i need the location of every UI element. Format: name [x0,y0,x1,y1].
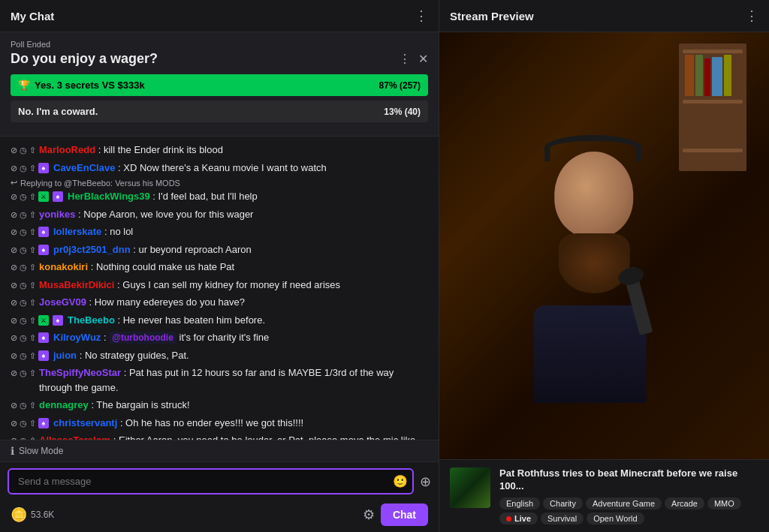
msg-timeout-icon[interactable]: ◷ [20,296,27,309]
msg-action-icon[interactable]: ⊘ [11,434,17,440]
username[interactable]: dennagrey [39,399,89,410]
msg-content: yonikes : Nope Aaron, we love you for th… [39,207,428,222]
username[interactable]: yonikes [39,209,75,220]
tag-survival[interactable]: Survival [541,512,584,524]
msg-ban-icon[interactable]: ⇧ [29,434,36,440]
msg-timeout-icon[interactable]: ◷ [20,144,27,157]
msg-timeout-icon[interactable]: ◷ [20,244,27,257]
msg-action-icon[interactable]: ⊘ [11,162,17,175]
beard [558,233,629,293]
msg-action-icons: ⊘ ◷ ⇧ [11,365,36,380]
table-row: ⊘ ◷ ⇧ dennagrey : The bargain is struck! [0,396,439,414]
msg-action-icon[interactable]: ⊘ [11,244,17,257]
send-chat-button[interactable]: Chat [381,503,428,526]
poll-trophy-icon: 🏆 [18,80,30,91]
msg-text-cont: it's for charity it's fine [176,332,269,343]
msg-action-icon[interactable]: ⊘ [11,350,17,362]
reply-text: Replying to @TheBeebo: Versus his MODS [20,179,180,188]
username[interactable]: AllasseTaralom [39,434,110,440]
msg-timeout-icon[interactable]: ◷ [20,367,27,380]
msg-action-icon[interactable]: ⊘ [11,144,17,157]
msg-action-icon[interactable]: ⊘ [11,226,17,239]
username[interactable]: pr0j3ct2501_dnn [53,244,131,255]
username[interactable]: konakokiri [39,261,88,272]
msg-ban-icon[interactable]: ⇧ [29,367,36,380]
slow-mode-bar: ℹ Slow Mode [0,440,439,461]
msg-ban-icon[interactable]: ⇧ [29,191,36,203]
msg-text: : The bargain is struck! [91,399,189,410]
msg-timeout-icon[interactable]: ◷ [20,417,27,430]
username[interactable]: CaveEnClave [53,162,115,173]
msg-action-icon[interactable]: ⊘ [11,261,17,274]
tag-adventure-game[interactable]: Adventure Game [586,497,662,509]
tag-open-world[interactable]: Open World [587,512,644,524]
msg-ban-icon[interactable]: ⇧ [29,332,36,344]
msg-timeout-icon[interactable]: ◷ [20,226,27,239]
tag-mmo[interactable]: MMO [707,497,741,509]
msg-action-icons: ⊘ ◷ ⇧ ♠ [11,330,50,344]
msg-ban-icon[interactable]: ⇧ [29,144,36,157]
msg-ban-icon[interactable]: ⇧ [29,226,36,239]
msg-action-icon[interactable]: ⊘ [11,332,17,344]
msg-ban-icon[interactable]: ⇧ [29,399,36,412]
msg-action-icon[interactable]: ⊘ [11,314,17,327]
msg-ban-icon[interactable]: ⇧ [29,244,36,257]
msg-ban-icon[interactable]: ⇧ [29,279,36,292]
msg-action-icon[interactable]: ⊘ [11,399,17,412]
username[interactable]: lollerskate [53,226,101,237]
username[interactable]: MarlooRedd [39,144,95,155]
username[interactable]: juion [53,350,77,361]
msg-ban-icon[interactable]: ⇧ [29,350,36,362]
chat-input-wrapper: 🙂 [8,468,414,494]
username[interactable]: christservantj [53,417,117,428]
msg-timeout-icon[interactable]: ◷ [20,191,27,203]
msg-content: juion : No strategy guides, Pat. [53,348,428,363]
tag-arcade[interactable]: Arcade [665,497,704,509]
msg-ban-icon[interactable]: ⇧ [29,162,36,175]
msg-action-icon[interactable]: ⊘ [11,279,17,292]
username[interactable]: TheBeebo [68,314,115,326]
msg-timeout-icon[interactable]: ◷ [20,314,27,327]
msg-action-icon[interactable]: ⊘ [11,367,17,380]
msg-timeout-icon[interactable]: ◷ [20,332,27,344]
username[interactable]: JoseGV09 [39,296,86,308]
msg-action-icon[interactable]: ⊘ [11,296,17,309]
table-row: ⊘ ◷ ⇧ konakokiri : Nothing could make us… [0,258,439,276]
msg-action-icon[interactable]: ⊘ [11,209,17,221]
poll-more-button[interactable]: ⋮ [399,52,411,66]
username[interactable]: HerBlackWings39 [68,191,150,202]
msg-ban-icon[interactable]: ⇧ [29,417,36,430]
msg-ban-icon[interactable]: ⇧ [29,209,36,221]
msg-timeout-icon[interactable]: ◷ [20,261,27,274]
msg-ban-icon[interactable]: ⇧ [29,261,36,274]
chat-more-button[interactable]: ⋮ [415,8,428,24]
msg-action-icons: ⊘ ◷ ⇧ [11,433,36,440]
mod-badge: ⚔ [38,315,49,326]
chat-message-input[interactable] [8,468,414,494]
msg-timeout-icon[interactable]: ◷ [20,279,27,292]
sub-badge: ♠ [53,191,63,202]
msg-timeout-icon[interactable]: ◷ [20,162,27,175]
stream-tags: English Charity Adventure Game Arcade MM… [499,497,758,524]
msg-timeout-icon[interactable]: ◷ [20,434,27,440]
poll-close-button[interactable]: ✕ [418,52,428,66]
username[interactable]: KilroyWuz [53,332,101,343]
emote-button[interactable]: 🙂 [393,474,408,488]
chat-settings-button[interactable]: ⚙ [363,506,375,523]
stream-info-bar: Pat Rothfuss tries to beat Minecraft bef… [439,459,769,532]
msg-action-icon[interactable]: ⊘ [11,191,17,203]
username[interactable]: TheSpiffyNeoStar [39,367,121,378]
username[interactable]: MusaBekirDikici [39,279,114,290]
msg-action-icons: ⊘ ◷ ⇧ [11,398,36,412]
mention-tag: @turbohoodie [109,332,176,344]
tag-charity[interactable]: Charity [543,497,583,509]
chat-input-more-button[interactable]: ⊕ [420,473,431,490]
tag-english[interactable]: English [499,497,540,509]
stream-more-button[interactable]: ⋮ [745,8,758,24]
msg-ban-icon[interactable]: ⇧ [29,296,36,309]
msg-action-icon[interactable]: ⊘ [11,417,17,430]
msg-timeout-icon[interactable]: ◷ [20,399,27,412]
msg-timeout-icon[interactable]: ◷ [20,350,27,362]
msg-ban-icon[interactable]: ⇧ [29,314,36,327]
msg-timeout-icon[interactable]: ◷ [20,209,27,221]
